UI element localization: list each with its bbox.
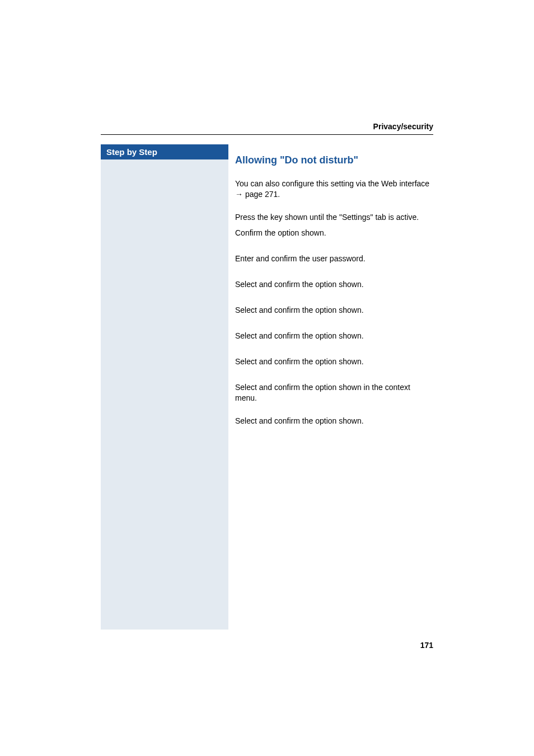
main-column: Allowing "Do not disturb" You can also c… bbox=[228, 144, 433, 630]
page-number: 171 bbox=[420, 641, 433, 650]
main-heading: Allowing "Do not disturb" bbox=[235, 154, 433, 166]
step-description: Confirm the option shown. bbox=[228, 228, 433, 238]
step-description: Select and confirm the option shown. bbox=[228, 305, 433, 316]
step-by-step-label: Step by Step bbox=[106, 147, 157, 157]
text: You can also configure this setting via … bbox=[235, 179, 429, 188]
intro-text: You can also configure this setting via … bbox=[228, 179, 433, 200]
step-description: Press the key shown until the "Settings"… bbox=[228, 212, 433, 223]
step-description: Enter and confirm the user password. bbox=[228, 253, 433, 264]
step-by-step-header: Step by Step bbox=[101, 144, 228, 159]
step-description: Select and confirm the option shown in t… bbox=[228, 382, 433, 403]
content-area: Step by Step Allowing "Do not disturb" Y… bbox=[101, 144, 433, 630]
arrow-icon: → bbox=[235, 190, 243, 199]
step-description: Select and confirm the option shown. bbox=[228, 416, 433, 426]
text: page 271. bbox=[243, 190, 280, 199]
page-header: Privacy/security bbox=[101, 122, 433, 135]
step-by-step-body bbox=[101, 159, 228, 630]
section-title: Privacy/security bbox=[373, 122, 433, 131]
step-description: Select and confirm the option shown. bbox=[228, 356, 433, 367]
sidebar: Step by Step bbox=[101, 144, 228, 630]
step-description: Select and confirm the option shown. bbox=[228, 279, 433, 290]
step-description: Select and confirm the option shown. bbox=[228, 331, 433, 341]
